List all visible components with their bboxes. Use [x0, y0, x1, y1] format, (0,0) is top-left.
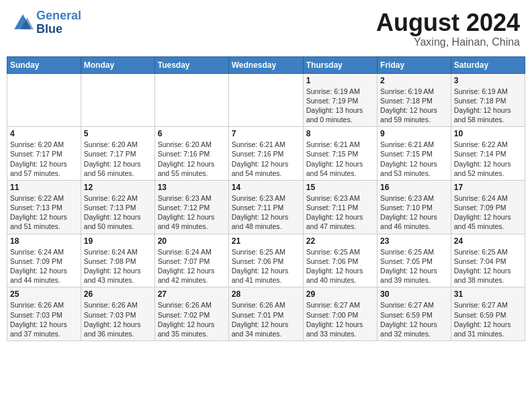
calendar-cell: 7Sunrise: 6:21 AMSunset: 7:16 PMDaylight… — [228, 127, 303, 181]
day-number: 21 — [232, 236, 300, 246]
weekday-header-friday: Friday — [378, 56, 451, 73]
day-number: 19 — [84, 236, 152, 246]
calendar-week-3: 11Sunrise: 6:22 AMSunset: 7:13 PMDayligh… — [7, 180, 525, 234]
calendar-cell: 12Sunrise: 6:22 AMSunset: 7:13 PMDayligh… — [81, 180, 154, 234]
day-info: Sunrise: 6:23 AMSunset: 7:10 PMDaylight:… — [380, 193, 448, 232]
weekday-header-saturday: Saturday — [451, 56, 525, 73]
day-number: 2 — [380, 76, 448, 85]
weekday-header-wednesday: Wednesday — [228, 56, 303, 73]
day-info: Sunrise: 6:22 AMSunset: 7:14 PMDaylight:… — [454, 140, 522, 178]
day-info: Sunrise: 6:24 AMSunset: 7:08 PMDaylight:… — [84, 247, 152, 285]
calendar-cell: 13Sunrise: 6:23 AMSunset: 7:12 PMDayligh… — [154, 180, 228, 234]
weekday-header-thursday: Thursday — [303, 56, 377, 73]
calendar-cell: 4Sunrise: 6:20 AMSunset: 7:17 PMDaylight… — [7, 127, 81, 181]
day-number: 31 — [454, 289, 522, 299]
calendar-cell: 3Sunrise: 6:19 AMSunset: 7:18 PMDaylight… — [451, 73, 525, 127]
calendar-cell: 5Sunrise: 6:20 AMSunset: 7:17 PMDaylight… — [81, 127, 154, 181]
calendar-cell: 10Sunrise: 6:22 AMSunset: 7:14 PMDayligh… — [451, 127, 525, 181]
day-info: Sunrise: 6:27 AMSunset: 6:59 PMDaylight:… — [454, 300, 522, 338]
day-number: 14 — [232, 183, 300, 192]
calendar-week-4: 18Sunrise: 6:24 AMSunset: 7:09 PMDayligh… — [7, 234, 525, 287]
calendar-cell — [7, 73, 81, 127]
logo: GeneralBlue — [12, 9, 81, 36]
day-info: Sunrise: 6:24 AMSunset: 7:07 PMDaylight:… — [158, 247, 226, 285]
day-number: 24 — [454, 236, 522, 246]
calendar-cell: 2Sunrise: 6:19 AMSunset: 7:18 PMDaylight… — [378, 73, 451, 127]
day-info: Sunrise: 6:20 AMSunset: 7:17 PMDaylight:… — [10, 140, 78, 178]
day-info: Sunrise: 6:21 AMSunset: 7:15 PMDaylight:… — [380, 140, 448, 178]
day-info: Sunrise: 6:25 AMSunset: 7:06 PMDaylight:… — [232, 247, 300, 285]
calendar: SundayMondayTuesdayWednesdayThursdayFrid… — [7, 56, 525, 341]
day-info: Sunrise: 6:26 AMSunset: 7:03 PMDaylight:… — [84, 300, 152, 338]
calendar-body: 1Sunrise: 6:19 AMSunset: 7:19 PMDaylight… — [7, 73, 525, 340]
day-info: Sunrise: 6:22 AMSunset: 7:13 PMDaylight:… — [84, 193, 152, 232]
month-title: August 2024 — [376, 9, 520, 36]
day-info: Sunrise: 6:23 AMSunset: 7:11 PMDaylight:… — [232, 193, 300, 232]
day-info: Sunrise: 6:23 AMSunset: 7:11 PMDaylight:… — [306, 193, 374, 232]
day-number: 4 — [10, 129, 78, 138]
day-number: 13 — [158, 183, 226, 192]
calendar-cell: 28Sunrise: 6:26 AMSunset: 7:01 PMDayligh… — [228, 287, 303, 341]
calendar-cell: 17Sunrise: 6:24 AMSunset: 7:09 PMDayligh… — [451, 180, 525, 234]
day-number: 16 — [380, 183, 448, 192]
day-info: Sunrise: 6:26 AMSunset: 7:01 PMDaylight:… — [232, 300, 300, 338]
calendar-cell: 22Sunrise: 6:25 AMSunset: 7:06 PMDayligh… — [303, 234, 377, 287]
day-info: Sunrise: 6:25 AMSunset: 7:04 PMDaylight:… — [454, 247, 522, 285]
weekday-header-sunday: Sunday — [7, 56, 81, 73]
location: Yaxing, Hainan, China — [376, 36, 520, 48]
day-number: 8 — [306, 129, 374, 138]
day-number: 11 — [10, 183, 78, 192]
day-info: Sunrise: 6:23 AMSunset: 7:12 PMDaylight:… — [158, 193, 226, 232]
day-info: Sunrise: 6:27 AMSunset: 7:00 PMDaylight:… — [306, 300, 374, 338]
day-info: Sunrise: 6:25 AMSunset: 7:05 PMDaylight:… — [380, 247, 448, 285]
calendar-cell: 25Sunrise: 6:26 AMSunset: 7:03 PMDayligh… — [7, 287, 81, 341]
day-number: 9 — [380, 129, 448, 138]
calendar-cell: 20Sunrise: 6:24 AMSunset: 7:07 PMDayligh… — [154, 234, 228, 287]
calendar-cell: 8Sunrise: 6:21 AMSunset: 7:15 PMDaylight… — [303, 127, 377, 181]
day-number: 3 — [454, 76, 522, 85]
calendar-week-1: 1Sunrise: 6:19 AMSunset: 7:19 PMDaylight… — [7, 73, 525, 127]
calendar-cell: 15Sunrise: 6:23 AMSunset: 7:11 PMDayligh… — [303, 180, 377, 234]
day-number: 30 — [380, 289, 448, 299]
day-number: 27 — [158, 289, 226, 299]
day-number: 26 — [84, 289, 152, 299]
calendar-cell: 29Sunrise: 6:27 AMSunset: 7:00 PMDayligh… — [303, 287, 377, 341]
logo-text: GeneralBlue — [36, 9, 81, 36]
calendar-cell: 11Sunrise: 6:22 AMSunset: 7:13 PMDayligh… — [7, 180, 81, 234]
day-info: Sunrise: 6:21 AMSunset: 7:16 PMDaylight:… — [232, 140, 300, 178]
day-info: Sunrise: 6:27 AMSunset: 6:59 PMDaylight:… — [380, 300, 448, 338]
day-info: Sunrise: 6:26 AMSunset: 7:03 PMDaylight:… — [10, 300, 78, 338]
day-number: 20 — [158, 236, 226, 246]
day-info: Sunrise: 6:24 AMSunset: 7:09 PMDaylight:… — [10, 247, 78, 285]
day-info: Sunrise: 6:21 AMSunset: 7:15 PMDaylight:… — [306, 140, 374, 178]
day-number: 10 — [454, 129, 522, 138]
day-info: Sunrise: 6:20 AMSunset: 7:16 PMDaylight:… — [158, 140, 226, 178]
calendar-week-5: 25Sunrise: 6:26 AMSunset: 7:03 PMDayligh… — [7, 287, 525, 341]
day-info: Sunrise: 6:19 AMSunset: 7:19 PMDaylight:… — [306, 87, 374, 125]
calendar-cell — [228, 73, 303, 127]
calendar-cell — [81, 73, 154, 127]
day-number: 12 — [84, 183, 152, 192]
day-number: 6 — [158, 129, 226, 138]
calendar-cell: 21Sunrise: 6:25 AMSunset: 7:06 PMDayligh… — [228, 234, 303, 287]
day-number: 28 — [232, 289, 300, 299]
calendar-cell: 18Sunrise: 6:24 AMSunset: 7:09 PMDayligh… — [7, 234, 81, 287]
day-info: Sunrise: 6:26 AMSunset: 7:02 PMDaylight:… — [158, 300, 226, 338]
calendar-cell — [154, 73, 228, 127]
day-number: 29 — [306, 289, 374, 299]
title-block: August 2024 Yaxing, Hainan, China — [376, 9, 520, 48]
calendar-cell: 1Sunrise: 6:19 AMSunset: 7:19 PMDaylight… — [303, 73, 377, 127]
calendar-cell: 31Sunrise: 6:27 AMSunset: 6:59 PMDayligh… — [451, 287, 525, 341]
day-info: Sunrise: 6:24 AMSunset: 7:09 PMDaylight:… — [454, 193, 522, 232]
weekday-header-monday: Monday — [81, 56, 154, 73]
day-info: Sunrise: 6:25 AMSunset: 7:06 PMDaylight:… — [306, 247, 374, 285]
day-info: Sunrise: 6:19 AMSunset: 7:18 PMDaylight:… — [454, 87, 522, 125]
calendar-cell: 16Sunrise: 6:23 AMSunset: 7:10 PMDayligh… — [378, 180, 451, 234]
calendar-cell: 27Sunrise: 6:26 AMSunset: 7:02 PMDayligh… — [154, 287, 228, 341]
calendar-cell: 6Sunrise: 6:20 AMSunset: 7:16 PMDaylight… — [154, 127, 228, 181]
calendar-cell: 9Sunrise: 6:21 AMSunset: 7:15 PMDaylight… — [378, 127, 451, 181]
calendar-week-2: 4Sunrise: 6:20 AMSunset: 7:17 PMDaylight… — [7, 127, 525, 181]
page-header: GeneralBlue August 2024 Yaxing, Hainan, … — [7, 7, 525, 51]
day-number: 23 — [380, 236, 448, 246]
logo-icon — [12, 12, 34, 34]
